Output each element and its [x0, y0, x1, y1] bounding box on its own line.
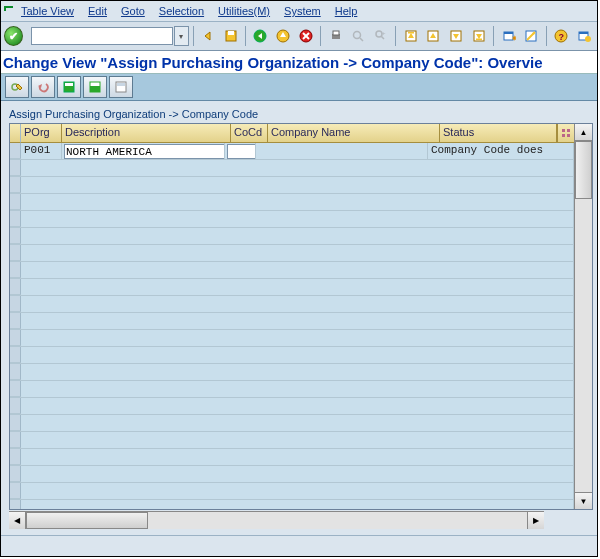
cancel-button[interactable] [296, 25, 317, 47]
alv-grid: POrg Description CoCd Company Name Statu… [9, 123, 593, 510]
grid-settings-button[interactable] [557, 124, 574, 142]
page-title: Change View "Assign Purchasing Organizat… [1, 51, 597, 74]
grid-vertical-scrollbar[interactable]: ▲ ▼ [574, 124, 592, 509]
svg-line-13 [360, 38, 363, 41]
find-next-button[interactable]: + [371, 25, 392, 47]
svg-rect-26 [476, 39, 482, 41]
standard-toolbar: ✔ ▾ + [1, 22, 597, 51]
find-button[interactable] [348, 25, 369, 47]
status-bar [1, 535, 597, 556]
save-button[interactable] [220, 25, 241, 47]
scroll-right-button[interactable]: ▶ [527, 512, 544, 529]
col-header-porg[interactable]: POrg [21, 124, 62, 142]
menubar-strip: Table View Edit Goto Selection Utilities… [1, 1, 597, 22]
svg-text:?: ? [558, 32, 564, 42]
svg-marker-0 [205, 32, 210, 40]
command-history-dropdown[interactable]: ▾ [174, 26, 189, 46]
svg-rect-45 [117, 83, 125, 86]
scroll-thumb[interactable] [575, 141, 592, 199]
col-header-company-name[interactable]: Company Name [268, 124, 440, 142]
sap-window: Table View Edit Goto Selection Utilities… [0, 0, 598, 557]
next-page-button[interactable] [446, 25, 467, 47]
hscroll-thumb[interactable] [26, 512, 148, 529]
scroll-down-button[interactable]: ▼ [575, 492, 592, 509]
menubar: Table View Edit Goto Selection Utilities… [17, 1, 361, 21]
cocd-input[interactable] [227, 144, 256, 159]
help-button[interactable]: ? [551, 25, 572, 47]
svg-rect-2 [228, 31, 234, 35]
print-button[interactable] [325, 25, 346, 47]
table-row[interactable]: P001 Company Code does [10, 143, 574, 160]
grid-body: P001 Company Code does [10, 143, 574, 509]
undo-button[interactable] [31, 76, 55, 98]
cell-description [62, 143, 225, 159]
local-layout-button[interactable] [573, 25, 594, 47]
cell-cocd [225, 143, 256, 159]
col-header-status[interactable]: Status [440, 124, 557, 142]
menu-utilities[interactable]: Utilities(M) [218, 5, 270, 17]
body-area: Assign Purchasing Organization -> Compan… [1, 101, 597, 535]
prev-page-button[interactable] [423, 25, 444, 47]
col-header-cocd[interactable]: CoCd [231, 124, 268, 142]
menu-help[interactable]: Help [335, 5, 358, 17]
svg-rect-36 [579, 32, 588, 34]
menu-goto[interactable]: Goto [121, 5, 145, 17]
row-selector[interactable] [10, 143, 21, 159]
svg-rect-41 [65, 83, 73, 86]
last-page-button[interactable] [469, 25, 490, 47]
svg-text:+: + [382, 30, 386, 36]
shortcut-button[interactable] [521, 25, 542, 47]
change-display-button[interactable] [5, 76, 29, 98]
back-button[interactable] [198, 25, 219, 47]
cell-status: Company Code does [428, 143, 574, 159]
description-input[interactable] [64, 144, 225, 159]
svg-rect-49 [567, 134, 570, 137]
menu-edit[interactable]: Edit [88, 5, 107, 17]
deselect-all-button[interactable] [109, 76, 133, 98]
new-session-button[interactable]: ✷ [498, 25, 519, 47]
scroll-left-button[interactable]: ◀ [9, 512, 26, 529]
exit-button[interactable] [273, 25, 294, 47]
enter-button[interactable]: ✔ [4, 26, 23, 46]
grid-horizontal-scrollbar[interactable]: ◀ ▶ [9, 511, 544, 529]
hscroll-track[interactable] [26, 512, 527, 529]
svg-rect-47 [567, 129, 570, 132]
command-field[interactable] [31, 27, 173, 45]
window-indicator-icon [1, 1, 17, 21]
svg-line-15 [381, 36, 384, 39]
cell-porg: P001 [21, 143, 62, 159]
cell-company-name [256, 143, 428, 159]
svg-rect-19 [408, 32, 414, 34]
svg-rect-46 [562, 129, 565, 132]
app-toolbar [1, 74, 597, 101]
svg-point-37 [585, 36, 591, 42]
select-block-button[interactable] [83, 76, 107, 98]
svg-rect-11 [333, 31, 339, 35]
svg-rect-48 [562, 134, 565, 137]
select-all-button[interactable] [57, 76, 81, 98]
grid-header-row: POrg Description CoCd Company Name Statu… [10, 124, 574, 143]
first-page-button[interactable] [400, 25, 421, 47]
svg-text:✷: ✷ [511, 34, 516, 43]
scroll-track[interactable] [575, 141, 592, 492]
menu-table-view[interactable]: Table View [21, 5, 74, 17]
panel-title: Assign Purchasing Organization -> Compan… [9, 105, 593, 123]
scroll-up-button[interactable]: ▲ [575, 124, 592, 141]
menu-system[interactable]: System [284, 5, 321, 17]
menu-selection[interactable]: Selection [159, 5, 204, 17]
col-header-description[interactable]: Description [62, 124, 231, 142]
back-circle-button[interactable] [250, 25, 271, 47]
svg-point-12 [354, 32, 361, 39]
svg-rect-43 [90, 86, 100, 92]
